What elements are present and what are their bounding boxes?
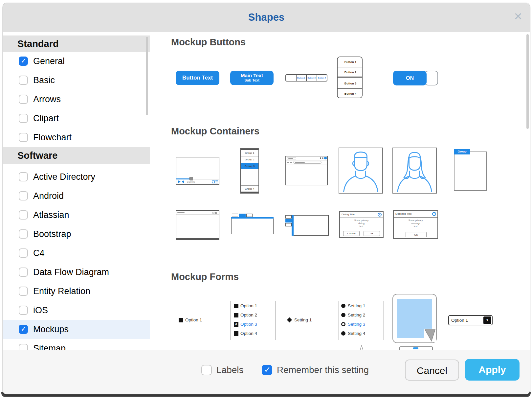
nav-icon-placeholder <box>287 162 289 163</box>
fragment-accent <box>413 347 418 349</box>
sidebar-item-data-flow-diagram[interactable]: Data Flow Diagram <box>3 263 150 282</box>
window-dot <box>320 157 321 159</box>
mock-radio-label: Setting 1 <box>294 317 312 322</box>
dialog-box-text: Some primary dialog text <box>340 219 383 228</box>
bar-segment: Button 2 <box>297 74 307 82</box>
clipped-shape-fragment <box>399 346 433 350</box>
sidebar-item-bootstrap[interactable]: Bootstrap <box>3 225 150 244</box>
mock-checkbox-mark <box>234 304 238 308</box>
sidebar-item-sitemap[interactable]: Sitemap <box>3 339 150 350</box>
sidebar-item-mockups[interactable]: Mockups <box>3 320 150 339</box>
labels-label: Labels <box>216 365 244 375</box>
checkbox-entity-relation[interactable] <box>19 287 28 296</box>
list-button: Button 2 <box>338 67 363 78</box>
shape-preview-panel: Mockup Buttons Button Text Main Text Sub… <box>150 32 530 350</box>
sidebar-item-label: Bootstrap <box>33 225 71 244</box>
list-button: Button 3 <box>338 79 363 89</box>
sidebar-item-label: Data Flow Diagram <box>33 263 109 282</box>
labels-checkbox[interactable] <box>201 365 212 375</box>
sidebar-item-label: Mockups <box>33 320 69 339</box>
dialog-box-title: Dialog Title <box>342 213 355 216</box>
sidebar-item-clipart[interactable]: Clipart <box>3 109 150 128</box>
list-bottom-cap <box>241 192 258 193</box>
checkbox-bootstrap[interactable] <box>19 229 28 239</box>
checkbox-flowchart[interactable] <box>19 133 28 142</box>
fullscreen-icon <box>212 180 215 183</box>
sidebar-item-active-directory[interactable]: Active Directory <box>3 168 150 186</box>
sidebar-item-ios[interactable]: iOS <box>3 301 150 320</box>
bar-segment: Button 1 <box>285 74 297 82</box>
sidebar-item-general[interactable]: General <box>3 52 150 71</box>
tab-window-body <box>231 217 274 234</box>
shape-color-picker <box>392 294 437 343</box>
apply-button[interactable]: Apply <box>465 359 520 381</box>
checkbox-clipart[interactable] <box>19 114 28 123</box>
shape-tab-window-horizontal <box>231 214 274 234</box>
message-box-title: Message Title <box>395 212 411 215</box>
mock-radio-label: Setting 2 <box>348 313 365 317</box>
video-progress <box>176 178 191 179</box>
sidebar-item-android[interactable]: Android <box>3 187 150 205</box>
group-row-selected: Group 3 <box>241 163 258 169</box>
main-text: Main Text <box>230 73 274 78</box>
tab-accent-band <box>292 215 294 236</box>
checkbox-c4[interactable] <box>19 248 28 258</box>
mock-radio-mark-selected <box>341 322 345 326</box>
dialog-title: Shapes <box>3 3 530 32</box>
main-scrollbar[interactable] <box>526 34 529 129</box>
checkbox-mockups[interactable] <box>19 325 28 334</box>
sidebar-item-c4[interactable]: C4 <box>3 244 150 263</box>
window-dot <box>322 157 323 159</box>
mock-checkbox-label: Option 4 <box>240 331 257 336</box>
checkbox-general[interactable] <box>19 57 28 66</box>
mock-ok-button: OK <box>406 232 427 237</box>
checkbox-data-flow-diagram[interactable] <box>19 268 28 277</box>
remember-checkbox[interactable] <box>262 365 272 375</box>
checkbox-atlassian[interactable] <box>19 210 28 220</box>
video-time: 0:00:00 <box>187 180 195 183</box>
window-bottom-bar <box>176 238 219 239</box>
close-icon[interactable]: ✕ <box>514 10 522 23</box>
volume-icon <box>182 180 186 183</box>
sidebar-item-basic[interactable]: Basic <box>3 71 150 90</box>
checkbox-active-directory[interactable] <box>19 172 28 181</box>
checkbox-sitemap[interactable] <box>19 344 28 350</box>
checkbox-basic[interactable] <box>19 76 28 85</box>
tab-accent-band <box>231 217 274 219</box>
dialog-box-titlebar: Dialog Title <box>340 212 383 218</box>
browser-urlbar <box>286 160 327 165</box>
tab-selected <box>285 219 292 222</box>
mock-radio-label: Setting 1 <box>348 303 365 308</box>
sidebar-scrollbar[interactable] <box>146 37 148 115</box>
bar-segment: Button 3 <box>307 74 317 82</box>
tab-selected <box>239 214 246 217</box>
message-box-titlebar: Message Title <box>394 211 437 218</box>
shape-message-box: Message Title Some primary message text … <box>393 210 438 239</box>
dialog-titlebar: Shapes ✕ <box>3 3 530 32</box>
sidebar-item-entity-relation[interactable]: Entity Relation <box>3 282 150 301</box>
list-button: Button 1 <box>338 57 363 67</box>
sidebar-item-arrows[interactable]: Arrows <box>3 90 150 109</box>
shape-group-list: Group 1 Group 2 Group 3 Group 4 <box>240 148 259 194</box>
shape-tab-window-vertical <box>285 215 329 236</box>
list-button: Button 4 <box>338 89 363 98</box>
sidebar-item-label: Arrows <box>33 90 61 109</box>
sidebar-item-atlassian[interactable]: Atlassian <box>3 206 150 224</box>
video-progress-knob <box>189 177 193 180</box>
sidebar-item-flowchart[interactable]: Flowchart <box>3 128 150 147</box>
shape-on-toggle: ON <box>393 71 438 85</box>
sidebar-item-label: Flowchart <box>33 128 72 147</box>
cancel-button[interactable]: Cancel <box>405 360 459 381</box>
play-icon <box>178 180 181 183</box>
checkbox-arrows[interactable] <box>19 95 28 104</box>
checkbox-android[interactable] <box>19 191 28 200</box>
shape-dropdown: Option 1 ▼ <box>448 315 493 325</box>
checkbox-ios[interactable] <box>19 306 28 315</box>
mock-checkbox-mark <box>234 313 238 317</box>
dropdown-value: Option 1 <box>451 318 468 323</box>
heading-mockup-containers: Mockup Containers <box>171 126 259 137</box>
clipped-shape-fragment <box>360 345 364 350</box>
shape-button-text: Button Text <box>176 71 219 85</box>
window-titlebar <box>176 211 219 215</box>
group-box <box>454 152 487 191</box>
